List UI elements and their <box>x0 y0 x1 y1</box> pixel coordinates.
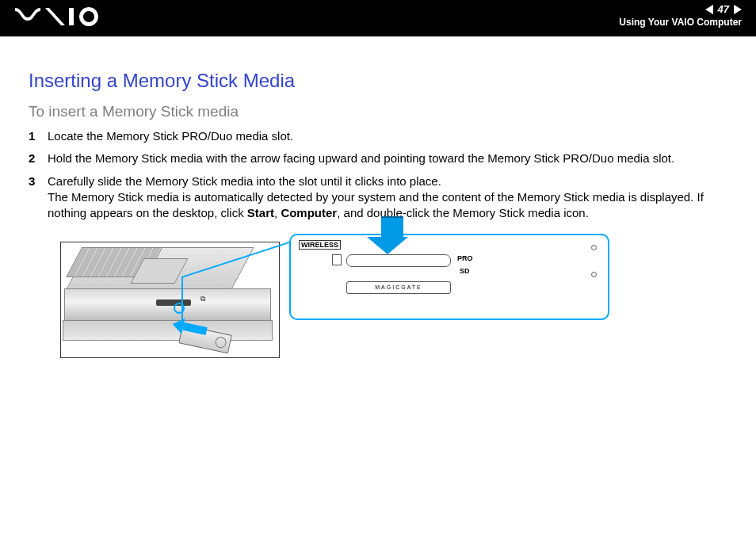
step-3: Carefully slide the Memory Stick media i… <box>29 174 727 222</box>
computer-label: Computer <box>281 206 337 219</box>
step-2: Hold the Memory Stick media with the arr… <box>29 151 727 166</box>
pro-label: PRO <box>457 254 473 262</box>
laptop-illustration: ⧉ <box>60 242 280 358</box>
indicator-led-1-icon <box>591 245 597 250</box>
svg-rect-1 <box>69 8 74 25</box>
step-1-text: Locate the Memory Stick PRO/Duo media sl… <box>48 129 293 143</box>
magicgate-label: MAGICGATE <box>346 281 451 294</box>
page-navigator: 47 <box>619 3 742 15</box>
wireless-label: WIRELESS <box>299 240 341 250</box>
step-1: Locate the Memory Stick PRO/Duo media sl… <box>29 128 727 144</box>
page-title: Inserting a Memory Stick Media <box>29 70 727 92</box>
slot-closeup: WIRELESS PRO SD MAGICGATE <box>289 234 609 320</box>
magicgate-side-icon: ⧉ <box>200 295 206 303</box>
page-number: 47 <box>718 3 729 15</box>
steps-list: Locate the Memory Stick PRO/Duo media sl… <box>29 128 727 221</box>
svg-marker-0 <box>45 8 65 25</box>
indicator-led-2-icon <box>591 272 597 277</box>
prev-page-icon[interactable] <box>705 5 713 14</box>
laptop-base <box>63 320 273 341</box>
page-header: 47 Using Your VAIO Computer <box>0 0 756 36</box>
page-subtitle: To insert a Memory Stick media <box>29 103 727 120</box>
next-page-icon[interactable] <box>734 5 742 14</box>
figure: ⧉ WIRELESS PRO SD MAGICGATE <box>60 242 727 358</box>
step-2-text: Hold the Memory Stick media with the arr… <box>48 151 674 165</box>
step-3a-text: Carefully slide the Memory Stick media i… <box>48 174 441 188</box>
step-3b-post: , and double-click the Memory Stick medi… <box>337 206 589 219</box>
memorystick-icon <box>332 254 342 265</box>
down-arrow-icon <box>376 216 408 254</box>
start-label: Start <box>247 206 274 219</box>
sd-label: SD <box>460 267 470 275</box>
pro-duo-slot <box>346 254 451 267</box>
header-right: 47 Using Your VAIO Computer <box>619 3 742 28</box>
page-content: Inserting a Memory Stick Media To insert… <box>0 36 756 358</box>
section-name: Using Your VAIO Computer <box>619 17 742 28</box>
vaio-logo <box>14 6 101 31</box>
